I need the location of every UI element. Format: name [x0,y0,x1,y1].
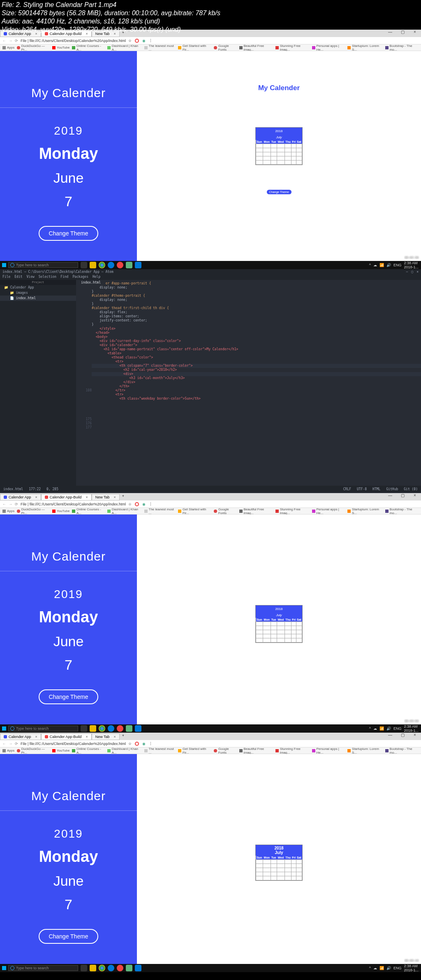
screenshot-2: Calender App×Calender App-Build×New Tab×… [0,493,421,733]
main-panel: My Calender 2018 July SunMonTueWedThuFri… [137,51,421,261]
tree-folder[interactable]: 📁 Calender App [0,285,76,290]
media-info-overlay: File: 2. Styling the Calendar Part 1.mp4… [0,0,222,35]
up-icon[interactable]: ^ [369,263,371,267]
status-eol[interactable]: CRLF [343,487,351,491]
menu-item[interactable]: Packages [72,275,88,280]
code-editor[interactable]: 108 175176177 #calender #app-name-portra… [76,280,421,486]
tree-folder[interactable]: 📁 images [0,290,76,296]
bookmark-item[interactable]: DuckDuckGo — Pr... [17,44,50,51]
video-timestamp: 00:08:10 [405,959,419,962]
menu-item[interactable]: Edit [14,275,22,280]
atom-titlebar: index.html — C:\Users\Client\Desktop\Cal… [0,269,421,275]
opera-icon[interactable] [135,39,139,43]
mini-month: July [256,135,302,140]
change-theme-button[interactable]: Change Theme [39,929,98,944]
menu-icon[interactable]: ⋮ [149,39,153,43]
windows-icon [2,263,6,267]
status-lang[interactable]: HTML [372,487,380,491]
screenshot-1: Calender App× Calender App-Build× New Ta… [0,30,421,269]
language-indicator[interactable]: ENG [393,263,402,267]
volume-icon[interactable]: 🔊 [386,263,391,267]
bookmark-item[interactable]: Stunning Free Imag... [275,44,310,51]
tree-file[interactable]: 📄 index.html [0,296,76,301]
mini-calendar-table: SunMonTueWedThuFriSat [256,140,302,165]
close-icon[interactable]: × [416,270,419,274]
reload-icon[interactable]: ⟳ [15,39,18,43]
menu-item[interactable]: Selection [39,275,56,280]
bookmark-item[interactable]: The leanest most ... [144,44,176,51]
bookmark-item[interactable]: Dashboard | Khan A... [107,44,142,51]
close-icon[interactable]: × [409,30,421,37]
search-input[interactable]: Type here to search [8,262,78,268]
onedrive-icon[interactable]: ☁ [373,263,377,267]
status-github[interactable]: GitHub [386,487,398,491]
bookmark-item[interactable]: YouTube [52,46,69,49]
address-bar: ← → ⟳ File | file:///C:/Users/Client/Des… [0,37,421,44]
bookmarks-bar: Apps DuckDuckGo — Pr... YouTube Online C… [0,44,421,51]
mini-calendar: 2018July SunMonTueWedThuFriSat [255,845,303,881]
sidebar-panel: My Calender 2019 Monday June 7 Change Th… [0,51,137,261]
menu-item[interactable]: File [2,275,10,280]
minimize-icon[interactable]: — [384,30,396,37]
status-sel: 0, 285 [46,487,58,491]
current-month: June [53,170,84,186]
maximize-icon[interactable]: ▢ [411,270,413,274]
taskbar: Type here to search ^☁📶🔊ENG2:38 AM2018-1… [0,261,421,269]
menu-item[interactable]: Find [60,275,68,280]
change-theme-button[interactable]: Change Theme [39,226,98,241]
atom-menubar: File Edit View Selection Find Packages H… [0,275,421,280]
project-tree: Project 📁 Calender App 📁 images 📄 index.… [0,280,76,486]
video-timestamp: 00:03:50 [405,719,419,723]
bookmark-item[interactable]: Bootstrap - The mo... [385,44,419,51]
edge-icon[interactable] [108,262,114,268]
current-year: 2019 [54,124,83,137]
menu-item[interactable]: View [27,275,35,280]
screenshot-3: Calender App×Calender App-Build×New Tab×… [0,733,421,972]
current-date: 7 [65,193,72,210]
bookmark-item[interactable]: Google Fonts [214,44,237,51]
url-field[interactable]: File | file:///C:/Users/Client/Desktop/C… [21,39,126,43]
bookmark-item[interactable]: Apps [2,46,14,49]
atom-editor: index.html — C:\Users\Client\Desktop\Cal… [0,269,421,493]
status-encoding[interactable]: UTF-8 [357,487,367,491]
start-button[interactable] [0,261,8,269]
clock[interactable]: 2:38 AM2018-1... [404,261,419,269]
app-title: My Calender [0,86,137,108]
editor-tab[interactable]: index.html [76,280,106,286]
forward-icon[interactable]: → [9,39,12,43]
mini-year: 2018 [256,128,302,135]
change-theme-pill[interactable]: Change Theme [267,190,291,194]
atom-icon[interactable] [126,262,132,268]
bookmark-item[interactable]: Online Courses - A... [72,44,105,51]
opera-icon[interactable] [117,262,123,268]
atom-statusbar: index.html 177:22 0, 285 CRLF UTF-8 HTML… [0,486,421,492]
mini-calendar: 2018 July SunMonTueWedThuFriSat [255,127,303,165]
change-theme-button[interactable]: Change Theme [39,689,98,704]
back-icon[interactable]: ← [2,39,6,43]
menu-item[interactable]: Help [93,275,100,280]
bookmark-item[interactable]: Get Started with Fir... [178,44,211,51]
status-file: index.html [3,487,23,491]
cortana-icon [10,263,14,267]
minimize-icon[interactable]: — [406,270,408,274]
mini-calendar: 2018JulySunMonTueWedThuFriSat [255,605,303,643]
task-icon[interactable] [81,262,87,268]
current-weekday: Monday [39,145,98,163]
status-cursor: 177:22 [29,487,41,491]
vscode-icon[interactable] [135,262,141,268]
star-icon[interactable]: ☆ [128,39,132,43]
bookmark-item[interactable]: Startupium: Lorem S... [347,44,383,51]
bookmark-item[interactable]: Personal apps | He... [312,44,345,51]
chrome-icon[interactable] [99,262,105,268]
explorer-icon[interactable] [90,262,96,268]
status-git[interactable]: Git (0) [404,487,418,491]
shield-icon[interactable]: ◉ [142,39,146,43]
app-title-right: My Calender [137,84,421,92]
tree-header: Project [0,280,76,285]
video-timestamp: 00:02:30 [405,256,419,259]
bookmark-item[interactable]: Beautiful Free Imag... [239,44,273,51]
wifi-icon[interactable]: 📶 [379,263,384,267]
maximize-icon[interactable]: ▢ [396,30,409,37]
